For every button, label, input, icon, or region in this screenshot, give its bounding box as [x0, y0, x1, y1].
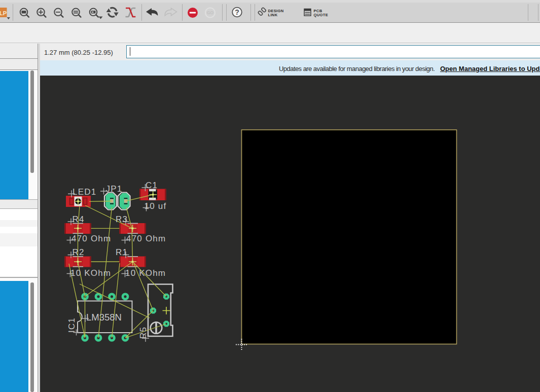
- svg-text:470 Ohm: 470 Ohm: [71, 234, 111, 243]
- svg-text:QUOTE: QUOTE: [314, 13, 329, 17]
- svg-text:R5: R5: [138, 327, 148, 339]
- svg-text:JP1: JP1: [106, 184, 123, 194]
- svg-text:R2: R2: [73, 247, 85, 257]
- svg-text:C1: C1: [146, 181, 158, 190]
- svg-text:R4: R4: [73, 215, 85, 224]
- svg-text:LP: LP: [0, 10, 7, 16]
- svg-text:470 Ohm: 470 Ohm: [126, 234, 166, 243]
- svg-text:R3: R3: [116, 215, 128, 224]
- svg-text:IC1: IC1: [67, 317, 77, 333]
- svg-text:10 KOhm: 10 KOhm: [70, 268, 111, 278]
- svg-text:LED1: LED1: [73, 187, 96, 197]
- svg-text:?: ?: [235, 8, 239, 16]
- svg-text:GO: GO: [207, 10, 214, 15]
- svg-text:10 uf: 10 uf: [145, 201, 167, 211]
- svg-text:LM358N: LM358N: [86, 312, 122, 323]
- svg-text:R1: R1: [116, 247, 128, 257]
- svg-text:10 KOhm: 10 KOhm: [125, 268, 166, 278]
- svg-text:LINK: LINK: [268, 13, 278, 17]
